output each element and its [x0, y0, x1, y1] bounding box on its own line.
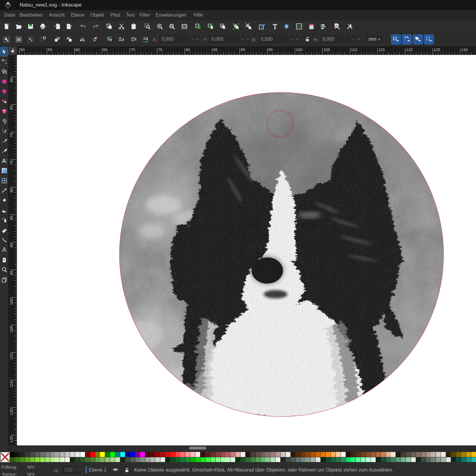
svg-text:60: 60 — [75, 48, 80, 52]
svg-text:110: 110 — [351, 48, 358, 52]
svg-text:125: 125 — [9, 436, 14, 443]
svg-text:120: 120 — [9, 409, 14, 415]
svg-text:110: 110 — [9, 353, 14, 360]
svg-text:100: 100 — [296, 48, 303, 52]
svg-text:115: 115 — [9, 381, 14, 388]
svg-text:85: 85 — [213, 48, 218, 52]
svg-text:80: 80 — [186, 48, 190, 52]
svg-text:80: 80 — [9, 188, 14, 192]
svg-text:95: 95 — [9, 271, 14, 275]
svg-text:105: 105 — [323, 48, 330, 52]
svg-text:65: 65 — [103, 48, 107, 52]
svg-text:75: 75 — [9, 160, 14, 165]
svg-text:120: 120 — [406, 48, 413, 52]
svg-text:55: 55 — [48, 48, 52, 52]
svg-text:70: 70 — [130, 48, 135, 52]
svg-text:90: 90 — [241, 48, 245, 52]
svg-text:60: 60 — [9, 78, 14, 82]
svg-text:70: 70 — [9, 133, 14, 137]
svg-text:85: 85 — [9, 216, 14, 220]
svg-text:95: 95 — [268, 48, 273, 52]
svg-text:65: 65 — [9, 105, 14, 110]
svg-text:50: 50 — [20, 48, 25, 52]
svg-text:115: 115 — [378, 48, 385, 52]
svg-text:125: 125 — [434, 48, 440, 52]
svg-text:130: 130 — [461, 48, 468, 52]
svg-text:105: 105 — [9, 326, 14, 333]
svg-text:75: 75 — [158, 48, 162, 52]
svg-text:90: 90 — [9, 243, 14, 248]
svg-text:100: 100 — [9, 298, 14, 305]
